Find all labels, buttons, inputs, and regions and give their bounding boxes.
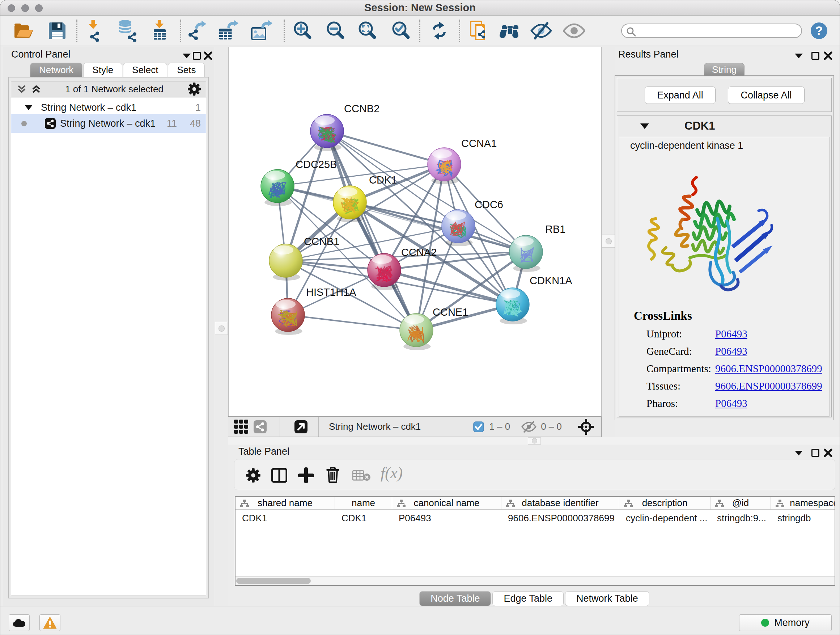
svg-text:?: ? — [815, 24, 823, 37]
zoom-out-button[interactable] — [324, 19, 347, 42]
zoom-selected-button[interactable] — [389, 19, 412, 42]
refresh-button[interactable] — [428, 19, 451, 42]
search-network-button[interactable] — [499, 19, 522, 42]
crosslink-value[interactable]: P06493 — [715, 397, 747, 409]
network-node-cdc6[interactable] — [442, 210, 475, 246]
hide-selected-button[interactable] — [530, 19, 553, 42]
network-node-ccna1[interactable] — [428, 148, 461, 184]
column-header-description[interactable]: description — [619, 497, 711, 509]
scrollbar-thumb[interactable] — [236, 578, 311, 584]
network-node-ccne1[interactable] — [400, 314, 433, 350]
network-edge-ccnb2-ccne1[interactable] — [327, 131, 416, 330]
bottom-splitter[interactable] — [228, 437, 840, 445]
control-panel-float-button[interactable] — [193, 50, 201, 62]
column-header-label: shared name — [257, 497, 313, 509]
crosslink-value[interactable]: 9606.ENSP00000378699 — [715, 363, 822, 375]
import-table-button[interactable] — [148, 19, 171, 42]
cloud-button[interactable] — [9, 614, 30, 631]
network-node-cdc25b[interactable] — [261, 169, 294, 206]
search-input[interactable] — [638, 25, 797, 36]
columns-icon[interactable] — [271, 467, 287, 483]
collapse-all-icon[interactable] — [16, 84, 27, 95]
network-node-cdk1[interactable] — [333, 186, 366, 222]
bottom-splitter-handle[interactable] — [528, 437, 541, 445]
network-canvas[interactable]: CCNB2CCNA1CDC25BCDK1CDC6RB1CCNB1CCNA2CDK… — [228, 47, 602, 416]
save-session-button[interactable] — [46, 19, 69, 42]
tree-expand-icon[interactable] — [24, 104, 33, 111]
results-panel-menu-button[interactable] — [794, 50, 804, 62]
column-header--id[interactable]: @id — [711, 497, 771, 509]
table-panel-menu-button[interactable] — [794, 447, 804, 459]
export-network-button[interactable] — [186, 19, 209, 42]
network-node-ccnb1[interactable] — [269, 244, 302, 280]
left-splitter-handle[interactable] — [215, 322, 228, 335]
results-panel-close-button[interactable] — [824, 50, 832, 62]
gear-icon[interactable] — [187, 82, 202, 96]
selected-checkbox-icon[interactable] — [473, 421, 484, 432]
tab-select[interactable]: Select — [123, 63, 167, 77]
gear-icon[interactable] — [245, 467, 261, 483]
tab-edge-table[interactable]: Edge Table — [493, 591, 564, 606]
tab-network[interactable]: Network — [30, 63, 82, 77]
network-edge-hist1h1a-ccne1[interactable] — [288, 315, 416, 330]
grid-icon[interactable] — [234, 420, 248, 434]
import-network-file-button[interactable] — [83, 19, 106, 42]
tab-network-table[interactable]: Network Table — [565, 591, 649, 606]
left-splitter[interactable] — [215, 47, 228, 606]
tab-style[interactable]: Style — [83, 63, 122, 77]
external-link-icon[interactable] — [294, 420, 308, 433]
show-all-button[interactable] — [562, 19, 586, 42]
column-header-shared-name[interactable]: shared name — [235, 497, 335, 509]
network-row[interactable]: String Network – cdk1 11 48 — [11, 114, 206, 133]
crosslink-value[interactable]: P06493 — [715, 328, 747, 340]
export-image-button[interactable] — [250, 19, 273, 42]
memory-button[interactable]: Memory — [739, 614, 832, 631]
expand-all-icon[interactable] — [31, 84, 42, 95]
crosshair-icon[interactable] — [578, 419, 594, 435]
expand-all-button[interactable]: Expand All — [645, 87, 715, 104]
table-cell: P06493 — [392, 510, 501, 526]
network-collection-row[interactable]: String Network – cdk1 1 — [11, 101, 206, 114]
crosslink-value[interactable]: P06493 — [715, 345, 747, 357]
control-panel-close-button[interactable] — [204, 50, 212, 62]
column-header-label: canonical name — [414, 497, 479, 509]
column-tree-icon — [506, 499, 515, 508]
crosslink-value[interactable]: 9606.ENSP00000378699 — [715, 380, 822, 392]
column-header-namespace[interactable]: namespace — [771, 497, 835, 509]
zoom-fit-button[interactable] — [355, 19, 379, 42]
control-panel-title: Control Panel — [11, 49, 71, 60]
column-header-canonical-name[interactable]: canonical name — [392, 497, 501, 509]
help-button[interactable]: ? — [807, 19, 831, 42]
network-node-ccnb2[interactable] — [310, 114, 344, 151]
table-row[interactable]: CDK1CDK1P064939606.ENSP00000378699cyclin… — [235, 510, 835, 526]
application-window: Session: New Session ? — [0, 0, 840, 635]
node-label-cdc6: CDC6 — [475, 199, 503, 211]
table-panel-float-button[interactable] — [812, 447, 819, 459]
share-icon[interactable] — [254, 420, 267, 433]
network-node-cdkn1a[interactable] — [496, 288, 529, 325]
tab-sets[interactable]: Sets — [168, 63, 205, 77]
results-panel-float-button[interactable] — [812, 50, 819, 62]
network-node-hist1h1a[interactable] — [271, 298, 305, 335]
collapse-all-button[interactable]: Collapse All — [728, 87, 805, 104]
zoom-in-button[interactable] — [291, 19, 314, 42]
results-tab-string[interactable]: String — [704, 63, 745, 76]
add-icon[interactable] — [298, 467, 314, 483]
import-network-database-button[interactable] — [117, 19, 140, 42]
copy-button[interactable] — [468, 19, 491, 42]
tab-node-table[interactable]: Node Table — [419, 591, 491, 606]
column-header-name[interactable]: name — [335, 497, 392, 509]
gene-section-header[interactable]: CDK1 — [617, 116, 831, 136]
trash-icon[interactable] — [325, 467, 340, 483]
table-cell: cyclin-dependent ... — [619, 510, 711, 526]
open-session-button[interactable] — [12, 19, 35, 42]
right-splitter-handle[interactable] — [602, 234, 615, 248]
network-node-rb1[interactable] — [509, 235, 543, 272]
warning-button[interactable] — [39, 614, 60, 631]
control-panel-menu-button[interactable] — [182, 50, 191, 62]
table-panel-close-button[interactable] — [824, 447, 832, 459]
section-collapse-icon[interactable] — [639, 122, 650, 130]
export-table-button[interactable] — [218, 19, 240, 42]
column-header-database-identifier[interactable]: database identifier — [501, 497, 619, 509]
table-hscrollbar[interactable] — [235, 576, 835, 585]
